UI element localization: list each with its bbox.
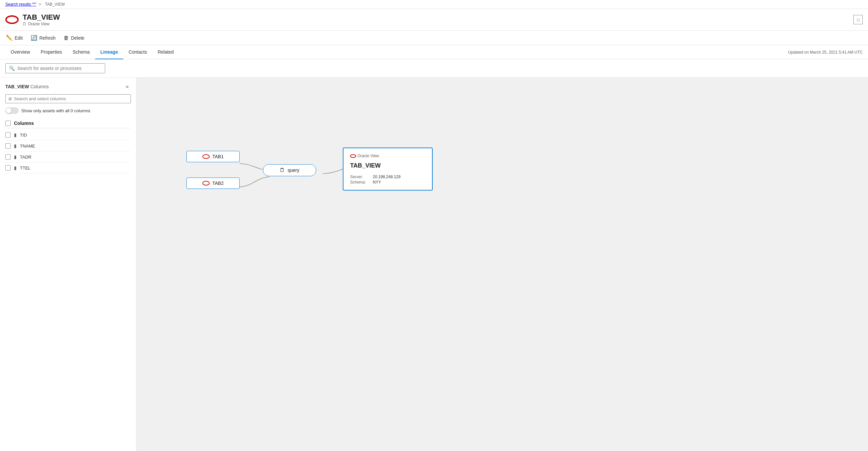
tabview-type-label: Oracle View: [358, 153, 379, 158]
breadcrumb-current: TAB_VIEW: [45, 2, 65, 7]
list-item: ▮ TNAME: [5, 141, 131, 151]
column-type-icon: ▮: [14, 165, 17, 171]
page-title: TAB_VIEW: [23, 13, 60, 22]
delete-icon: 🗑: [64, 35, 69, 41]
search-assets-input[interactable]: [17, 66, 101, 71]
ttel-column-name: TTEL: [20, 166, 31, 171]
tab-contacts[interactable]: Contacts: [123, 45, 152, 59]
page-subtitle: 🗒 Oracle View: [23, 22, 60, 26]
refresh-label: Refresh: [39, 35, 56, 40]
list-item: ▮ TTEL: [5, 163, 131, 173]
tab-properties[interactable]: Properties: [35, 45, 67, 59]
tab2-label: TAB2: [212, 180, 224, 186]
column-search-bar[interactable]: ⊘: [5, 94, 131, 103]
tab-bar: Overview Properties Schema Lineage Conta…: [0, 45, 868, 59]
server-label: Server:: [350, 174, 370, 179]
expand-button[interactable]: ▢: [854, 15, 863, 24]
toolbar: ✏️ Edit 🔄 Refresh 🗑 Delete: [0, 31, 868, 45]
edit-button[interactable]: ✏️ Edit: [5, 33, 23, 42]
tname-column-name: TNAME: [20, 144, 35, 148]
tab-lineage[interactable]: Lineage: [95, 45, 123, 59]
tabview-meta: Server: 20.198.248.129 Schema: NYY: [350, 174, 400, 185]
tname-checkbox[interactable]: [5, 143, 11, 148]
list-item: ▮ TADR: [5, 151, 131, 163]
toggle-label: Show only assets with all 0 columns: [21, 108, 90, 113]
tab1-oracle-icon: [203, 154, 210, 159]
panel-title-normal: Columns: [30, 84, 49, 89]
tabview-node[interactable]: Oracle View TAB_VIEW Server: 20.198.248.…: [343, 147, 433, 191]
lineage-arrows-svg: [136, 78, 868, 451]
svg-point-0: [6, 16, 18, 23]
edit-label: Edit: [14, 35, 23, 40]
updated-timestamp: Updated on March 25, 2021 5:41 AM UTC: [788, 50, 863, 55]
tab-related[interactable]: Related: [152, 45, 179, 59]
left-panel: TAB_VIEW Columns « ⊘ Show only assets wi…: [0, 78, 136, 451]
filter-icon: ⊘: [8, 96, 12, 101]
tid-checkbox[interactable]: [5, 132, 11, 138]
toggle-row: Show only assets with all 0 columns: [5, 107, 131, 114]
select-all-checkbox[interactable]: [5, 120, 11, 126]
tab-overview[interactable]: Overview: [5, 45, 35, 59]
tab2-node[interactable]: TAB2: [186, 177, 240, 189]
query-label: query: [287, 168, 299, 173]
tabview-title: TAB_VIEW: [350, 162, 381, 169]
panel-header: TAB_VIEW Columns «: [5, 83, 131, 90]
header-title-block: TAB_VIEW 🗒 Oracle View: [23, 13, 60, 26]
main-content: TAB_VIEW Columns « ⊘ Show only assets wi…: [0, 78, 868, 451]
tabview-type: Oracle View: [350, 153, 379, 158]
tid-column-name: TID: [20, 133, 27, 138]
tadr-column-name: TADR: [20, 154, 31, 160]
schema-label: Schema:: [350, 180, 370, 185]
subtitle-icon: 🗒: [23, 22, 27, 26]
search-icon: 🔍: [9, 66, 14, 71]
column-type-icon: ▮: [14, 132, 17, 138]
tadr-checkbox[interactable]: [5, 154, 11, 160]
column-type-icon: ▮: [14, 154, 17, 160]
columns-header-label: Columns: [14, 120, 34, 126]
delete-label: Delete: [71, 35, 84, 40]
breadcrumb: Search results "*" > TAB_VIEW: [0, 0, 868, 9]
subtitle-text: Oracle View: [28, 22, 49, 26]
query-icon: 🗒: [280, 167, 285, 173]
oracle-logo-icon: [5, 13, 19, 26]
collapse-panel-button[interactable]: «: [124, 83, 131, 90]
tabview-oracle-icon: [350, 154, 356, 158]
delete-button[interactable]: 🗑 Delete: [63, 34, 85, 42]
panel-title: TAB_VIEW Columns: [5, 84, 49, 89]
search-assets-bar[interactable]: 🔍: [5, 63, 105, 73]
breadcrumb-separator: >: [39, 2, 41, 7]
breadcrumb-search-link[interactable]: Search results "*": [5, 2, 36, 7]
refresh-button[interactable]: 🔄 Refresh: [30, 33, 56, 42]
lineage-canvas: TAB1 TAB2 🗒 query Oracle View TAB_VIEW S…: [136, 78, 868, 451]
show-assets-toggle[interactable]: [5, 107, 19, 114]
refresh-icon: 🔄: [31, 35, 37, 41]
list-item: ▮ TID: [5, 130, 131, 141]
tab1-label: TAB1: [212, 154, 224, 159]
panel-title-bold: TAB_VIEW: [5, 84, 29, 89]
search-bar-container: 🔍: [0, 59, 868, 78]
columns-list-header: Columns: [5, 119, 131, 128]
column-search-input[interactable]: [14, 96, 128, 101]
schema-value: NYY: [373, 180, 400, 185]
column-type-icon: ▮: [14, 143, 17, 148]
server-value: 20.198.248.129: [373, 174, 400, 179]
query-node[interactable]: 🗒 query: [263, 164, 316, 176]
tab2-oracle-icon: [203, 181, 210, 186]
ttel-checkbox[interactable]: [5, 165, 11, 171]
tab-schema[interactable]: Schema: [67, 45, 95, 59]
tab1-node[interactable]: TAB1: [186, 151, 240, 162]
page-header: TAB_VIEW 🗒 Oracle View ▢: [0, 9, 868, 31]
edit-icon: ✏️: [6, 35, 13, 41]
